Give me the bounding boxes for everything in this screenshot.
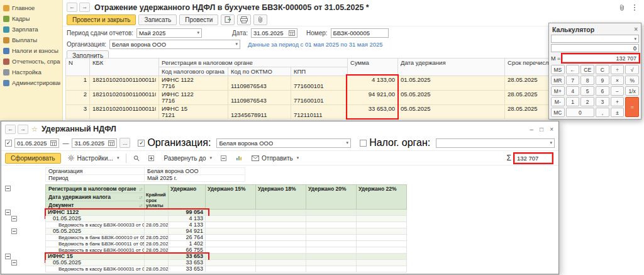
row-withheld-22[interactable] bbox=[357, 216, 407, 222]
save-button[interactable]: Записать bbox=[138, 14, 177, 25]
report-row[interactable]: 01.05.2025 4 133 bbox=[1, 216, 558, 222]
organization-input[interactable]: Белая ворона ООО ▾ bbox=[109, 40, 240, 49]
calculator-button[interactable]: 7 bbox=[566, 76, 580, 85]
row-name[interactable]: Ведомость в кассу БВЗК-000033 от 01.05.2… bbox=[45, 222, 145, 228]
calculator-button[interactable]: CE bbox=[580, 65, 594, 74]
cell-n[interactable]: 1 bbox=[66, 76, 90, 91]
memory-value-field[interactable]: 132 707 bbox=[562, 54, 639, 62]
calculator-button[interactable]: M+ bbox=[551, 86, 565, 96]
row-withheld-22[interactable] bbox=[357, 254, 407, 260]
row-withheld-15[interactable] bbox=[206, 266, 256, 272]
row-withheld-20[interactable] bbox=[306, 247, 357, 254]
calculator-button[interactable]: 3 bbox=[596, 97, 609, 106]
col-header-sum[interactable]: Сумма bbox=[348, 59, 398, 76]
col-header-authority-code[interactable]: Код налогового органа bbox=[159, 67, 228, 76]
report-row[interactable]: ИФНС 15 33 653 bbox=[1, 254, 558, 260]
row-withheld-20[interactable] bbox=[306, 241, 357, 247]
calculator-button[interactable]: 6 bbox=[596, 86, 609, 96]
header-due-date[interactable]: Крайний срок уплаты bbox=[145, 184, 169, 210]
row-withheld-15[interactable] bbox=[206, 228, 256, 235]
cell-kbk[interactable]: 18210102010011000110 bbox=[90, 91, 159, 105]
sidebar-item[interactable]: Зарплата bbox=[0, 24, 62, 35]
back-button[interactable]: ← bbox=[67, 3, 77, 12]
sidebar-item[interactable]: Налоги и взносы bbox=[0, 45, 62, 56]
row-withheld-20[interactable] bbox=[306, 228, 357, 235]
row-withheld-18[interactable] bbox=[256, 260, 306, 266]
header-registration[interactable]: Регистрация в налоговом органе ↓↑ bbox=[46, 185, 144, 193]
cell-withhold-date[interactable]: 05.05.2025 bbox=[398, 91, 505, 105]
expander-icon[interactable] bbox=[5, 210, 11, 215]
period-filter-checkbox[interactable]: ✓ bbox=[5, 140, 12, 147]
row-name[interactable]: ИФНС 1122 bbox=[45, 210, 145, 216]
calculator-button[interactable]: 8 bbox=[580, 76, 594, 85]
report-row[interactable]: 05.05.2025 94 921 bbox=[1, 228, 558, 235]
expander-icon[interactable] bbox=[11, 228, 17, 234]
row-withheld-22[interactable] bbox=[357, 241, 407, 247]
cell-authority[interactable]: ИФНС 11227716 bbox=[159, 76, 228, 91]
row-withheld-value[interactable]: 4 133 bbox=[169, 216, 206, 222]
sort-icon[interactable]: ↓↑ bbox=[139, 187, 142, 191]
cell-kpp[interactable]: 712110111 bbox=[291, 105, 348, 120]
calendar-icon[interactable] bbox=[49, 140, 57, 146]
row-withheld-20[interactable] bbox=[306, 210, 357, 216]
row-due-date[interactable]: 28.05.2025 bbox=[145, 247, 169, 254]
calculator-button[interactable]: ± bbox=[611, 108, 625, 117]
header-withheld-15[interactable]: Удержано 15% bbox=[206, 184, 256, 210]
calculator-button[interactable]: 0 bbox=[566, 108, 594, 117]
report-row[interactable]: Ведомость в кассу БВЗК-000033 от 01.05.2… bbox=[1, 222, 558, 228]
row-withheld-value[interactable]: 33 653 bbox=[169, 254, 206, 260]
header-withheld-22[interactable]: Удержано 22% bbox=[357, 184, 407, 210]
calculator-button[interactable]: × bbox=[611, 76, 625, 85]
row-due-date[interactable] bbox=[145, 254, 169, 260]
row-withheld-18[interactable] bbox=[256, 228, 306, 235]
calculator-button[interactable]: 9 bbox=[596, 76, 609, 85]
report-row[interactable]: 05.05.2025 33 653 bbox=[1, 260, 558, 266]
row-withheld-18[interactable] bbox=[256, 266, 306, 272]
calculator-history-combo[interactable]: ▾ bbox=[551, 35, 639, 43]
calculator-button[interactable]: MR bbox=[551, 76, 565, 85]
row-withheld-22[interactable] bbox=[357, 222, 407, 228]
calculator-button[interactable]: √ bbox=[625, 65, 639, 74]
row-withheld-22[interactable] bbox=[357, 235, 407, 241]
report-row[interactable]: Ведомость в банк БВЗК-000011 от 05.05.20… bbox=[1, 241, 558, 247]
row-name[interactable]: Ведомость в банк БВЗК-000010 от 05.05.20… bbox=[45, 235, 145, 241]
calculator-display[interactable]: 0 bbox=[551, 44, 639, 52]
report-row[interactable]: Ведомость в кассу БВЗК-000031 от 05.05.2… bbox=[1, 247, 558, 254]
row-withheld-20[interactable] bbox=[306, 254, 357, 260]
calculator-button[interactable]: M- bbox=[551, 97, 565, 106]
row-name[interactable]: ИФНС 15 bbox=[45, 254, 145, 260]
cell-kbk[interactable]: 18210102010011000110 bbox=[90, 76, 159, 91]
col-header-kbk[interactable]: КБК bbox=[90, 59, 159, 76]
date-to-input[interactable]: 31.05.2025 bbox=[72, 138, 116, 148]
calculator-button[interactable]: + bbox=[611, 97, 625, 106]
row-withheld-22[interactable] bbox=[357, 260, 407, 266]
row-withheld-15[interactable] bbox=[206, 235, 256, 241]
send-button[interactable]: Отправить ▾ bbox=[248, 152, 302, 164]
sidebar-item[interactable]: Настройка bbox=[0, 67, 62, 77]
date-from-input[interactable]: 01.05.2025 bbox=[14, 138, 59, 148]
close-icon[interactable]: × bbox=[634, 26, 638, 33]
cell-oktmo[interactable]: 11109876543 bbox=[228, 91, 291, 105]
calendar-icon[interactable] bbox=[107, 140, 114, 146]
row-withheld-20[interactable] bbox=[306, 235, 357, 241]
calendar-icon[interactable] bbox=[287, 30, 295, 36]
favorite-star-icon[interactable]: ☆ bbox=[31, 125, 38, 133]
calculator-button[interactable]: = bbox=[625, 97, 639, 117]
cell-kpp[interactable]: 771600101 bbox=[291, 76, 348, 91]
cell-kpp[interactable]: 771600101 bbox=[291, 91, 348, 105]
dropdown-icon[interactable]: ▾ bbox=[632, 36, 636, 42]
print-icon[interactable] bbox=[237, 14, 251, 25]
row-withheld-value[interactable]: 26 764 bbox=[169, 235, 206, 241]
row-name[interactable]: Ведомость в кассу БВЗК-000031 от 05.05.2… bbox=[45, 247, 145, 254]
post-button[interactable]: Провести bbox=[179, 14, 218, 25]
calculator-button[interactable]: MS bbox=[551, 65, 565, 74]
cell-withhold-date[interactable]: 01.05.2025 bbox=[398, 76, 505, 91]
row-name[interactable]: Ведомость в банк БВЗК-000011 от 05.05.20… bbox=[45, 241, 145, 247]
calculator-button[interactable]: ÷ bbox=[611, 65, 625, 74]
calculator-button[interactable]: ← bbox=[566, 65, 580, 74]
organization-filter-input[interactable]: Белая ворона ООО ▾ bbox=[216, 138, 351, 148]
row-withheld-20[interactable] bbox=[306, 266, 357, 272]
row-withheld-18[interactable] bbox=[256, 241, 306, 247]
number-input[interactable]: БВЗК-000005 bbox=[331, 28, 389, 38]
minimize-icon[interactable]: – bbox=[530, 126, 534, 133]
